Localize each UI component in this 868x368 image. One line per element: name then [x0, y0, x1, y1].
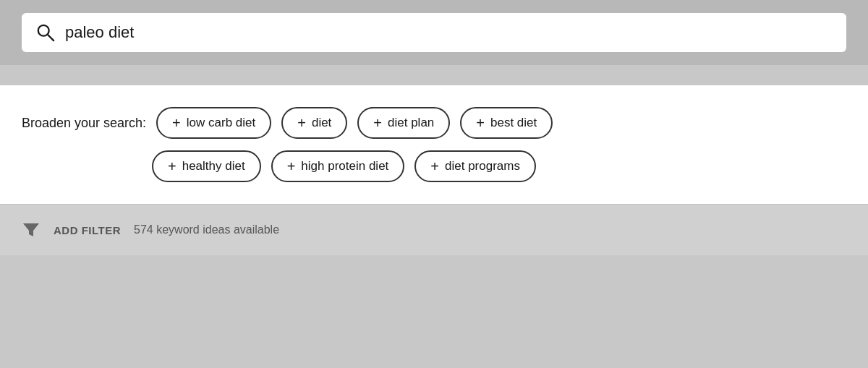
search-query-text: paleo diet	[65, 23, 134, 42]
svg-line-1	[48, 35, 54, 40]
chip-plus-icon-3: +	[373, 116, 382, 130]
chip-plus-icon-6: +	[287, 159, 296, 174]
gap-top	[0, 65, 868, 85]
filter-section: ADD FILTER 574 keyword ideas available	[0, 205, 868, 255]
keyword-count-text: 574 keyword ideas available	[134, 223, 279, 236]
search-bar-section: paleo diet	[0, 0, 868, 65]
search-icon	[36, 23, 55, 42]
chip-best-diet-label: best diet	[490, 116, 537, 130]
chip-plus-icon: +	[172, 116, 181, 130]
broaden-label: Broaden your search:	[22, 116, 146, 131]
chip-high-protein-diet[interactable]: + high protein diet	[271, 150, 405, 182]
suggestions-section: Broaden your search: + low carb diet + d…	[0, 85, 868, 204]
suggestions-row-2: + healthy diet + high protein diet + die…	[152, 150, 846, 182]
chip-best-diet[interactable]: + best diet	[460, 107, 553, 139]
chip-plus-icon-7: +	[430, 159, 439, 174]
chip-diet-programs-label: diet programs	[445, 159, 520, 174]
chip-plus-icon-4: +	[476, 116, 485, 130]
chip-low-carb-diet[interactable]: + low carb diet	[156, 107, 271, 139]
chip-plus-icon-2: +	[297, 116, 306, 130]
filter-icon	[22, 221, 41, 239]
chip-diet-label: diet	[312, 116, 331, 130]
chip-low-carb-diet-label: low carb diet	[187, 116, 255, 130]
chip-plus-icon-5: +	[168, 159, 176, 174]
chip-high-protein-diet-label: high protein diet	[301, 159, 388, 174]
chip-healthy-diet[interactable]: + healthy diet	[152, 150, 261, 182]
search-icon-wrap	[36, 23, 55, 42]
search-bar[interactable]: paleo diet	[22, 13, 846, 52]
filter-icon-wrap	[22, 221, 41, 239]
chip-diet-plan[interactable]: + diet plan	[357, 107, 450, 139]
chip-healthy-diet-label: healthy diet	[182, 159, 245, 174]
add-filter-label[interactable]: ADD FILTER	[54, 224, 121, 236]
svg-marker-2	[23, 223, 39, 236]
chip-diet-programs[interactable]: + diet programs	[414, 150, 536, 182]
chip-diet-plan-label: diet plan	[388, 116, 434, 130]
chip-diet[interactable]: + diet	[281, 107, 347, 139]
suggestions-row-1: Broaden your search: + low carb diet + d…	[22, 107, 846, 139]
